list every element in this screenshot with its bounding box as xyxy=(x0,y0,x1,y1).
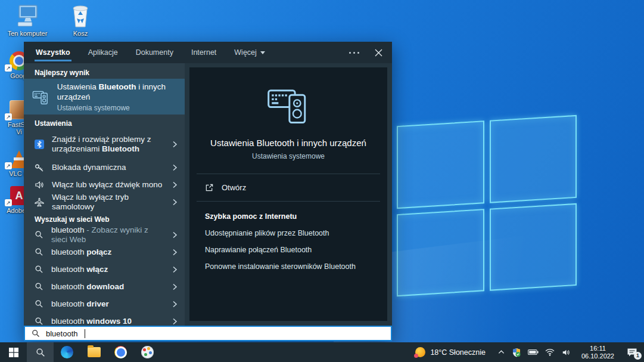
close-button[interactable] xyxy=(369,49,392,57)
shortcut-arrow-icon: ↗ xyxy=(5,64,12,72)
bluetooth-devices-icon-large xyxy=(266,82,310,126)
search-icon xyxy=(35,299,43,308)
chevron-right-icon xyxy=(170,248,179,256)
search-flyout: Wszystko Aplikacje Dokumenty Internet Wi… xyxy=(24,42,392,341)
notification-badge: 1 xyxy=(634,352,642,360)
volume-icon[interactable] xyxy=(561,348,571,357)
bluetooth-icon xyxy=(35,140,44,149)
tab-aplikacje[interactable]: Aplikacje xyxy=(87,42,119,63)
taskbar-edge-button[interactable] xyxy=(54,342,80,362)
action-center-button[interactable]: 1 xyxy=(620,342,644,362)
chrome-icon xyxy=(114,346,127,358)
taskbar-weather[interactable]: 18°C Słonecznie xyxy=(408,347,493,357)
clock-time: 16:11 xyxy=(581,345,614,352)
quick-help-link[interactable]: Naprawianie połączeń Bluetooth xyxy=(205,246,387,254)
windows-logo-pane xyxy=(397,120,484,208)
chevron-right-icon xyxy=(170,163,179,172)
weather-text: 18°C Słonecznie xyxy=(430,348,486,357)
security-shield-icon[interactable] xyxy=(512,348,521,357)
web-suggestion[interactable]: bluetooth download xyxy=(24,278,185,295)
clock-date: 06.10.2022 xyxy=(581,352,614,360)
web-suggestion[interactable]: bluetooth włącz xyxy=(24,261,185,278)
web-suggestion[interactable]: bluetooth - Zobacz wyniki z sieci Web xyxy=(24,226,185,243)
windows-logo-pane xyxy=(490,115,577,203)
speaker-icon xyxy=(35,180,44,190)
system-tray xyxy=(493,348,575,357)
taskbar-search-button[interactable] xyxy=(27,342,54,362)
search-icon xyxy=(32,329,40,338)
close-icon xyxy=(375,49,382,57)
search-icon xyxy=(35,247,43,256)
quick-help-link[interactable]: Ponowne instalowanie sterowników Bluetoo… xyxy=(205,262,387,271)
preview-pane: Ustawienia Bluetooth i innych urządzeń U… xyxy=(185,63,392,326)
section-header-web: Wyszukaj w sieci Web xyxy=(24,211,185,226)
file-explorer-icon xyxy=(88,347,101,357)
chevron-down-icon xyxy=(260,51,265,54)
chevron-up-icon[interactable] xyxy=(497,348,505,356)
preview-title: Ustawienia Bluetooth i innych urządzeń xyxy=(189,138,387,148)
taskbar-chrome-button[interactable] xyxy=(107,342,134,362)
open-icon xyxy=(205,183,214,192)
search-icon xyxy=(35,265,43,274)
preview-subtitle: Ustawienia systemowe xyxy=(189,152,387,160)
search-icon xyxy=(35,230,43,239)
web-suggestion[interactable]: bluetooth połącz xyxy=(24,243,185,261)
paint-icon xyxy=(141,346,154,358)
chevron-right-icon xyxy=(170,198,179,206)
wifi-icon[interactable] xyxy=(545,348,555,356)
search-icon xyxy=(36,348,45,357)
quick-help-link[interactable]: Udostępnianie plików przez Bluetooth xyxy=(205,229,387,237)
shortcut-arrow-icon: ↗ xyxy=(5,199,12,206)
settings-result-airplane-mode[interactable]: Włącz lub wyłącz tryb samolotowy xyxy=(24,193,185,211)
best-result-title: Ustawienia Bluetooth i innych urządzeń xyxy=(57,82,179,102)
start-button[interactable] xyxy=(0,342,27,362)
tab-internet[interactable]: Internet xyxy=(190,42,217,63)
taskbar-clock[interactable]: 16:11 06.10.2022 xyxy=(575,345,620,360)
settings-result-mono-audio[interactable]: Włącz lub wyłącz dźwięk mono xyxy=(24,176,185,193)
tab-wiecej[interactable]: Więcej xyxy=(233,42,266,63)
settings-result-bluetooth-troubleshoot[interactable]: Znajdź i rozwiąż problemy z urządzeniami… xyxy=(24,130,185,159)
chevron-right-icon xyxy=(170,181,179,189)
search-input[interactable]: bluetooth xyxy=(24,326,392,341)
battery-icon[interactable] xyxy=(528,348,539,356)
chevron-right-icon xyxy=(170,140,179,148)
search-icon xyxy=(35,317,43,326)
desktop-icon-this-pc[interactable]: Ten komputer xyxy=(5,3,50,37)
chevron-right-icon xyxy=(170,265,179,274)
taskbar-paint-button[interactable] xyxy=(134,342,161,362)
section-header-settings: Ustawienia xyxy=(24,115,185,130)
windows-start-icon xyxy=(9,348,18,357)
windows-logo-wallpaper xyxy=(397,115,577,296)
taskbar-explorer-button[interactable] xyxy=(80,342,107,362)
section-header-best: Najlepszy wynik xyxy=(24,63,185,79)
chevron-right-icon xyxy=(170,317,179,326)
best-result-item[interactable]: Ustawienia Bluetooth i innych urządzeń U… xyxy=(24,79,185,115)
shortcut-arrow-icon: ↗ xyxy=(5,113,12,120)
web-suggestion[interactable]: bluetooth windows 10 xyxy=(24,313,185,326)
settings-result-dynamic-lock[interactable]: Blokada dynamiczna xyxy=(24,159,185,176)
desktop-icon-label: Ten komputer xyxy=(5,30,50,37)
tab-dokumenty[interactable]: Dokumenty xyxy=(135,42,175,63)
tab-wszystko[interactable]: Wszystko xyxy=(35,42,71,63)
web-suggestion[interactable]: bluetooth driver xyxy=(24,295,185,313)
best-result-subtitle: Ustawienia systemowe xyxy=(57,104,179,112)
open-action[interactable]: Otwórz xyxy=(189,174,387,201)
search-tabs-bar: Wszystko Aplikacje Dokumenty Internet Wi… xyxy=(24,42,392,63)
sun-weather-icon xyxy=(415,347,425,357)
airplane-icon xyxy=(35,197,44,207)
desktop-icon-label: Kosz xyxy=(58,30,103,37)
this-pc-icon xyxy=(14,4,41,28)
search-icon xyxy=(35,282,43,291)
windows-logo-pane xyxy=(490,203,577,290)
windows-logo-pane xyxy=(397,209,484,296)
results-list: Najlepszy wynik Ustawienia Bluetooth i xyxy=(24,63,185,326)
key-icon xyxy=(35,163,44,172)
options-menu-button[interactable] xyxy=(340,52,369,54)
shortcut-arrow-icon: ↗ xyxy=(5,162,12,169)
search-query-text: bluetooth xyxy=(46,329,78,338)
chevron-right-icon xyxy=(170,231,179,239)
desktop-icon-recycle-bin[interactable]: Kosz xyxy=(58,3,103,37)
chevron-right-icon xyxy=(170,300,179,308)
bluetooth-devices-icon xyxy=(32,86,49,107)
text-caret xyxy=(85,329,85,338)
